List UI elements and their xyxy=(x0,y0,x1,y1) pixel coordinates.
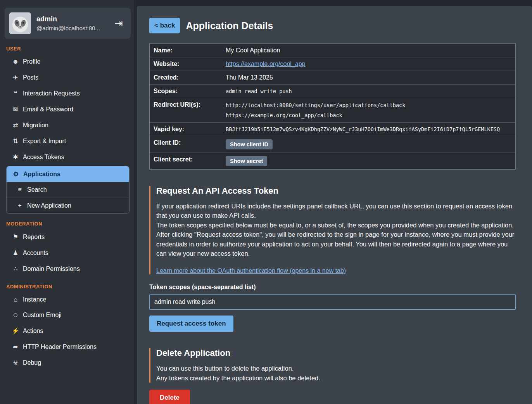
sidebar: admin @admin@localhost:80... ⇥ USER ☻ Pr… xyxy=(0,0,134,404)
delete-button[interactable]: Delete xyxy=(149,390,190,404)
back-button[interactable]: < back xyxy=(149,18,180,33)
redirect-uris-value: http://localhost:8080/settings/user/appl… xyxy=(222,98,515,122)
table-row: Created: Thu Mar 13 2025 xyxy=(150,71,515,85)
sidebar-item-posts[interactable]: ✈ Posts xyxy=(0,69,134,85)
sidebar-item-label: Profile xyxy=(23,58,40,65)
sidebar-item-label: Email & Password xyxy=(23,106,73,113)
page-title: Application Details xyxy=(186,20,273,31)
sidebar-item-new-application[interactable]: + New Application xyxy=(7,198,129,213)
section-paragraph: Any tokens created by the application wi… xyxy=(156,373,516,383)
users-icon: ♟ xyxy=(12,249,19,257)
section-paragraph: The token scopes specified below must be… xyxy=(156,220,516,230)
sidebar-item-reports[interactable]: ⚑ Reports xyxy=(0,229,134,245)
redirect-uri: http://localhost:8080/settings/user/appl… xyxy=(226,101,511,109)
sitemap-icon: ⌂ xyxy=(12,296,19,303)
section-paragraph: After clicking "Request access token", y… xyxy=(156,230,516,258)
sidebar-item-label: HTTP Header Permissions xyxy=(23,343,97,350)
row-label: Website: xyxy=(150,57,222,71)
sidebar-item-label: Applications xyxy=(23,171,60,178)
row-label: Scopes: xyxy=(150,85,222,98)
sidebar-item-migration[interactable]: ⇄ Migration xyxy=(0,117,134,133)
sidebar-item-access-tokens[interactable]: ✱ Access Tokens xyxy=(0,149,134,165)
oauth-docs-link[interactable]: Learn more about the OAuth authenticatio… xyxy=(156,267,346,274)
delete-application-section: Delete Application You can use this butt… xyxy=(149,348,516,404)
section-title: Delete Application xyxy=(156,348,516,358)
sidebar-item-instance[interactable]: ⌂ Instance xyxy=(0,292,134,307)
floppy-disk-icon: ⇅ xyxy=(12,137,19,145)
table-row: Redirect URI(s): http://localhost:8080/s… xyxy=(150,98,515,123)
flag-icon: ⚑ xyxy=(12,233,19,241)
table-row: Website: https://example.org/cool_app xyxy=(150,57,515,71)
show-client-id-button[interactable]: Show client ID xyxy=(226,139,273,149)
redirect-uri: https://example.org/cool_app/callback xyxy=(226,111,511,119)
applications-submenu: ≡ Search + New Application xyxy=(7,182,129,213)
user-meta: admin @admin@localhost:80... xyxy=(36,15,109,31)
section-paragraph: You can use this button to delete the ap… xyxy=(156,364,516,373)
sidebar-nav: USER ☻ Profile ✈ Posts ❝ Interaction Req… xyxy=(0,46,134,371)
row-label: Client ID: xyxy=(150,136,222,149)
list-icon: ≡ xyxy=(16,186,24,193)
asterisk-icon: ✱ xyxy=(12,153,19,161)
sidebar-item-label: Domain Permissions xyxy=(23,265,80,272)
settings-panel: admin @admin@localhost:80... ⇥ USER ☻ Pr… xyxy=(0,0,532,404)
section-heading-administration: ADMINISTRATION xyxy=(6,284,128,290)
sidebar-item-profile[interactable]: ☻ Profile xyxy=(0,54,134,69)
table-row: Client secret: Show secret xyxy=(150,153,515,169)
sidebar-item-email-password[interactable]: ✉ Email & Password xyxy=(0,101,134,117)
sidebar-item-label: Export & Import xyxy=(23,138,66,145)
logout-icon[interactable]: ⇥ xyxy=(114,17,126,29)
sidebar-item-label: Interaction Requests xyxy=(23,90,80,97)
sidebar-item-actions[interactable]: ⚡ Actions xyxy=(0,323,134,339)
avatar xyxy=(9,12,31,34)
envelope-icon: ✉ xyxy=(12,106,19,113)
sidebar-item-label: Debug xyxy=(23,359,41,366)
sidebar-item-label: New Application xyxy=(27,202,71,209)
sidebar-item-label: Access Tokens xyxy=(23,154,64,161)
table-row: Name: My Cool Application xyxy=(150,44,515,57)
smiley-icon: ☺ xyxy=(12,312,19,319)
sidebar-item-label: Custom Emoji xyxy=(23,312,62,319)
show-secret-button[interactable]: Show secret xyxy=(226,156,267,166)
section-paragraph: If your application redirect URIs includ… xyxy=(156,201,516,220)
sidebar-item-http-header-permissions[interactable]: ➦ HTTP Header Permissions xyxy=(0,339,134,355)
paper-plane-icon: ✈ xyxy=(12,74,19,81)
sidebar-item-applications-search[interactable]: ≡ Search xyxy=(7,182,129,198)
request-access-token-button[interactable]: Request access token xyxy=(149,316,233,332)
delete-description: Delete Application You can use this butt… xyxy=(149,348,516,383)
sidebar-item-debug[interactable]: ☣ Debug xyxy=(0,355,134,371)
tools-icon: ⚙ xyxy=(12,170,20,178)
sidebar-item-accounts[interactable]: ♟ Accounts xyxy=(0,245,134,261)
sidebar-item-label: Migration xyxy=(23,122,48,129)
bolt-icon: ⚡ xyxy=(12,327,19,335)
plus-icon: + xyxy=(16,202,24,209)
username: admin xyxy=(36,15,109,23)
section-heading-moderation: MODERATION xyxy=(6,221,128,227)
application-details-table: Name: My Cool Application Website: https… xyxy=(149,43,516,170)
share-nodes-icon: ∴ xyxy=(12,265,19,272)
arrows-left-right-icon: ⇄ xyxy=(12,121,19,129)
website-link[interactable]: https://example.org/cool_app xyxy=(226,61,305,67)
row-label: Vapid key: xyxy=(150,123,222,136)
created-value: Thu Mar 13 2025 xyxy=(222,71,515,84)
token-scopes-input[interactable] xyxy=(149,294,516,310)
bug-icon: ☣ xyxy=(12,359,19,366)
sidebar-item-custom-emoji[interactable]: ☺ Custom Emoji xyxy=(0,307,134,323)
section-heading-user: USER xyxy=(6,46,128,52)
row-label: Name: xyxy=(150,44,222,57)
sidebar-item-label: Accounts xyxy=(23,250,48,257)
request-token-section: Request An API Access Token If your appl… xyxy=(149,186,516,332)
token-scopes-label: Token scopes (space-separated list) xyxy=(149,284,516,291)
sidebar-item-applications[interactable]: ⚙ Applications xyxy=(7,166,129,182)
user-icon: ☻ xyxy=(12,58,19,65)
sidebar-item-interaction-requests[interactable]: ❝ Interaction Requests xyxy=(0,85,134,101)
user-card[interactable]: admin @admin@localhost:80... ⇥ xyxy=(5,8,131,39)
table-row: Vapid key: BBJffJ219b5iE512m7wQSzv4KgKDh… xyxy=(150,123,515,136)
sidebar-item-label: Instance xyxy=(23,296,46,303)
sidebar-item-export-import[interactable]: ⇅ Export & Import xyxy=(0,133,134,149)
main-content: < back Application Details Name: My Cool… xyxy=(137,6,532,404)
sidebar-item-label: Reports xyxy=(23,234,45,241)
applications-group: ⚙ Applications ≡ Search + New Applicatio… xyxy=(6,166,130,214)
row-label: Redirect URI(s): xyxy=(150,98,222,111)
table-row: Scopes: admin read write push xyxy=(150,85,515,98)
sidebar-item-domain-permissions[interactable]: ∴ Domain Permissions xyxy=(0,261,134,277)
